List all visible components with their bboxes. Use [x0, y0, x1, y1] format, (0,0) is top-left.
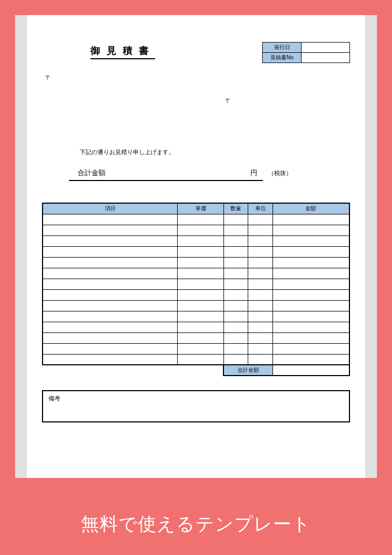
- cell-amount[interactable]: [272, 235, 349, 246]
- issue-date-value[interactable]: [302, 43, 350, 53]
- cell-unit[interactable]: [248, 246, 273, 257]
- cell-qty[interactable]: [223, 354, 248, 365]
- quote-no-label: 見積書No: [263, 53, 302, 63]
- cell-item[interactable]: [43, 300, 178, 311]
- cell-qty[interactable]: [223, 268, 248, 279]
- cell-unit[interactable]: [248, 354, 273, 365]
- cell-amount[interactable]: [272, 246, 349, 257]
- cell-price[interactable]: [178, 289, 224, 300]
- cell-item[interactable]: [43, 214, 178, 225]
- cell-amount[interactable]: [272, 225, 349, 235]
- cell-unit[interactable]: [248, 289, 273, 300]
- cell-qty[interactable]: [223, 279, 248, 289]
- cell-qty[interactable]: [223, 289, 248, 300]
- cell-qty[interactable]: [223, 332, 248, 343]
- cell-qty[interactable]: [223, 300, 248, 311]
- cell-unit[interactable]: [248, 268, 273, 279]
- cell-price[interactable]: [178, 246, 224, 257]
- cell-amount[interactable]: [272, 279, 349, 289]
- cell-amount[interactable]: [272, 322, 349, 332]
- cell-price[interactable]: [178, 332, 224, 343]
- cell-qty[interactable]: [223, 311, 248, 322]
- col-qty-header: 数量: [223, 203, 248, 214]
- cell-price[interactable]: [178, 343, 224, 354]
- cell-price[interactable]: [178, 268, 224, 279]
- table-row: [43, 279, 349, 289]
- cell-unit[interactable]: [248, 343, 273, 354]
- cell-item[interactable]: [43, 235, 178, 246]
- cell-qty[interactable]: [223, 343, 248, 354]
- page-background: 御見積書 発行日 見積書No 〒 〒 下記の通りお見積り申し上げます。: [15, 15, 377, 478]
- total-line: 合計金額 円: [69, 168, 263, 181]
- cell-amount[interactable]: [272, 268, 349, 279]
- cell-price[interactable]: [178, 322, 224, 332]
- cell-item[interactable]: [43, 343, 178, 354]
- cell-price[interactable]: [178, 214, 224, 225]
- cell-unit[interactable]: [248, 225, 273, 235]
- total-label: 合計金額: [78, 168, 106, 178]
- cell-unit[interactable]: [248, 214, 273, 225]
- cell-price[interactable]: [178, 225, 224, 235]
- document-page: 御見積書 発行日 見積書No 〒 〒 下記の通りお見積り申し上げます。: [27, 15, 365, 478]
- cell-price[interactable]: [178, 311, 224, 322]
- issue-date-label: 発行日: [263, 43, 302, 53]
- quote-no-value[interactable]: [302, 53, 350, 63]
- cell-item[interactable]: [43, 332, 178, 343]
- cell-qty[interactable]: [223, 246, 248, 257]
- postal-mark-right: 〒: [225, 97, 350, 105]
- cell-item[interactable]: [43, 311, 178, 322]
- cell-item[interactable]: [43, 246, 178, 257]
- table-row: [43, 257, 349, 268]
- sum-value[interactable]: [272, 365, 349, 376]
- cell-qty[interactable]: [223, 214, 248, 225]
- cell-unit[interactable]: [248, 257, 273, 268]
- cell-amount[interactable]: [272, 354, 349, 365]
- cell-price[interactable]: [178, 257, 224, 268]
- items-header-row: 項目 単価 数量 単位 金額: [43, 203, 349, 214]
- cell-unit[interactable]: [248, 322, 273, 332]
- cell-amount[interactable]: [272, 214, 349, 225]
- items-table: 項目 単価 数量 単位 金額 合計金額: [42, 203, 350, 376]
- postal-mark-left: 〒: [45, 74, 350, 82]
- cell-unit[interactable]: [248, 300, 273, 311]
- cell-item[interactable]: [43, 322, 178, 332]
- meta-table: 発行日 見積書No: [262, 42, 350, 63]
- cell-unit[interactable]: [248, 235, 273, 246]
- cell-qty[interactable]: [223, 322, 248, 332]
- cell-price[interactable]: [178, 279, 224, 289]
- cell-qty[interactable]: [223, 257, 248, 268]
- cell-item[interactable]: [43, 268, 178, 279]
- table-row: [43, 289, 349, 300]
- tax-note: （税抜）: [268, 169, 292, 177]
- cell-amount[interactable]: [272, 332, 349, 343]
- cell-item[interactable]: [43, 289, 178, 300]
- table-row: [43, 332, 349, 343]
- cell-amount[interactable]: [272, 289, 349, 300]
- cell-price[interactable]: [178, 300, 224, 311]
- col-price-header: 単価: [178, 203, 224, 214]
- cell-item[interactable]: [43, 279, 178, 289]
- cell-amount[interactable]: [272, 311, 349, 322]
- total-row: 合計金額 円 （税抜）: [69, 168, 350, 181]
- banner-text: 無料で使えるテンプレート: [81, 512, 311, 537]
- cell-unit[interactable]: [248, 332, 273, 343]
- cell-item[interactable]: [43, 257, 178, 268]
- cell-amount[interactable]: [272, 300, 349, 311]
- cell-amount[interactable]: [272, 343, 349, 354]
- sum-label: 合計金額: [223, 365, 272, 376]
- cell-item[interactable]: [43, 225, 178, 235]
- cell-unit[interactable]: [248, 279, 273, 289]
- cell-item[interactable]: [43, 354, 178, 365]
- col-item-header: 項目: [43, 203, 178, 214]
- cell-amount[interactable]: [272, 257, 349, 268]
- cell-price[interactable]: [178, 354, 224, 365]
- total-currency: 円: [250, 168, 257, 178]
- cell-qty[interactable]: [223, 225, 248, 235]
- outer-frame: 御見積書 発行日 見積書No 〒 〒 下記の通りお見積り申し上げます。: [0, 0, 392, 493]
- cell-unit[interactable]: [248, 311, 273, 322]
- sum-row: 合計金額: [43, 365, 349, 376]
- notes-box[interactable]: 備考: [42, 390, 350, 422]
- cell-qty[interactable]: [223, 235, 248, 246]
- banner: 無料で使えるテンプレート: [0, 493, 392, 555]
- cell-price[interactable]: [178, 235, 224, 246]
